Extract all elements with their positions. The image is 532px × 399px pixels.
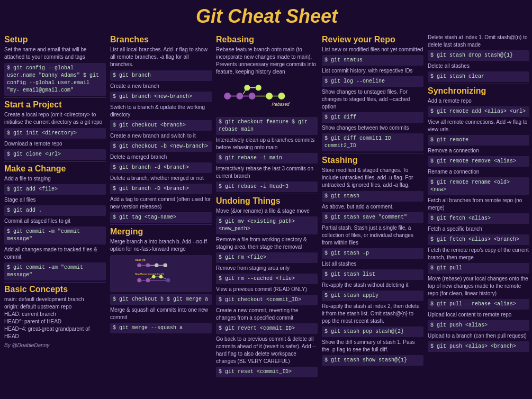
undoing-label4: View a previous commit (READ ONLY) [216,286,318,293]
stashing-label6: Re-apply the stash at index 2, then dele… [322,303,423,325]
stashing-section: Stashing Store modified & staged changes… [322,156,423,366]
merging-label2: Merge & squash all commits into one new … [110,306,212,321]
rb-m3 [249,93,256,99]
merging-title: Merging [110,227,212,237]
merging-code1: $ git checkout b $ git merge a [110,294,212,305]
undoing-title: Undoing Things [216,196,318,206]
rebasing-desc: Rebase feature branch onto main (to inco… [216,46,318,76]
branches-title: Branches [110,35,212,44]
basic-concepts-section: Basic Concepts main: default development… [4,285,106,348]
sync-label2: View all remote connections. Add -v flag… [428,119,529,133]
review-title: Review your Repo [322,35,423,44]
noff-branch2 [159,275,163,279]
review-section: Review your Repo List new or modified fi… [322,35,423,151]
rb-m1 [224,93,231,99]
branches-label5: Delete a merged branch [110,153,212,161]
sync-label4: Rename a connection [428,168,529,176]
branches-code7: $ git tag <tag-name> [110,212,212,223]
sync-label5: Fetch all branches from remote repo (no … [428,197,529,212]
title-rest: Cheat Sheet [222,5,338,27]
rebase-diagram: Rebased [216,78,318,115]
stashing-label3: Partial stash. Stash just a single file,… [322,224,423,247]
rb-f1 [244,85,250,90]
column-5: Delete stash at index 1. Omit stash@(n) … [426,32,531,380]
branches-section: Branches List all local branches. Add -r… [110,35,212,223]
start-project-title: Start a Project [4,100,106,110]
sync-code10: $ git push <alias> <branch> [428,341,529,352]
divider-5 [216,194,318,194]
undoing-label3: Remove from staging area only [216,265,318,272]
sync-label3: Remove a connection [428,147,529,155]
rebasing-section: Rebasing Rebase feature branch onto main… [216,35,318,192]
sync-code1: $ git remote add <alias> <url> [428,106,529,117]
sync-code9: $ git push <alias> [428,320,529,331]
sync-label10: Upload to a branch (can then pull reques… [428,332,529,340]
header: Git Cheat Sheet [2,2,531,32]
make-change-code3: $ git commit -m "commit message" [4,226,106,244]
noff-node1 [137,278,141,283]
sync-code4: $ git remote rename <old> <new> [428,177,529,195]
rb-m2 [236,93,243,99]
undoing-code6: $ git reset <commit_ID> [216,367,318,377]
divider-1 [4,97,106,98]
sync-label8: Move (rebase) your local changes onto th… [428,275,529,297]
branches-label7: Add a tag to current commit (often used … [110,196,212,211]
noff-line3 [150,277,152,279]
stashing-label2: As above, but add a comment. [322,203,423,211]
pre-stash-label2: Delete all stashes [428,62,529,70]
merge-ff-label: Head (ff) [135,259,146,261]
rebasing-label3: Interactively rebase the last 3 commits … [216,165,318,180]
merge-diagram: Head (ff) New Merge Commit (no-ff) [110,255,212,292]
rebasing-code2: $ git rebase -i main [216,153,318,164]
branches-code1: $ git branch [110,70,212,81]
start-project-code1: $ git init <directory> [4,128,106,139]
setup-title: Setup [4,35,106,44]
branches-code5: $ git branch -d <branch> [110,162,212,173]
divider-4 [110,224,212,225]
setup-section: Setup Set the name and email that will b… [4,35,106,96]
branches-label4: Create a new branch and switch to it [110,132,212,140]
ff-node2 [146,263,150,267]
make-change-label3: Commit all staged files to git [4,217,106,225]
stashing-label5: Re-apply the stash without deleting it [322,282,423,289]
sync-label1: Add a remote repo [428,97,529,105]
merging-code2: $ git merge --squash a [110,323,212,333]
start-project-label2: Download a remote repo [4,140,106,148]
branches-label6: Delete a branch, whether merged or not [110,175,212,182]
merging-desc: Merge branch a into branch b. Add --no-f… [110,238,212,253]
stashing-label7: Show the diff summary of stash 1. Pass t… [322,339,423,353]
sync-label6: Fetch a specific branch [428,225,529,233]
pre-stash-code1: $ git stash drop stash@{1} [428,50,529,61]
rb-f2 [256,85,262,90]
stashing-code6: $ git stash pop stash@{2} [322,327,423,337]
review-label3: Show changes to unstaged files. For chan… [322,88,423,111]
pre-stash-label1: Delete stash at index 1. Omit stash@(n) … [428,34,529,49]
stashing-desc: Store modified & staged changes. To incl… [322,167,423,189]
stashing-label4: List all stashes [322,260,423,268]
noff-merge [166,278,170,283]
synchronizing-title: Synchronizing [428,86,529,96]
make-change-label1: Add a file to staging [4,175,106,183]
start-project-code2: $ git clone <url> [4,149,106,160]
noff-node2 [146,278,150,283]
rebasing-title: Rebasing [216,35,318,44]
review-code2: $ git log --oneline [322,76,423,87]
footer-text: By @DoableDanny [4,342,106,348]
merging-section: Merging Merge branch a into branch b. Ad… [110,227,212,333]
review-code4: $ git diff commit1_ID commit2_ID [322,133,423,151]
start-project-desc: Create a local repo (omit <directory> to… [4,111,106,126]
ff-node3 [155,263,159,267]
basic-concepts-text: main: default development branch origin:… [4,296,106,340]
sync-code7: $ git pull [428,263,529,274]
undoing-label5: Create a new commit, reverting the chang… [216,307,318,322]
sync-code8: $ git pull --rebase <alias> [428,299,529,310]
merge-noff-label: New Merge Commit (no-ff) [135,273,164,275]
sync-label7: Fetch the remote repo's copy of the curr… [428,247,529,261]
undoing-label6: Go back to a previous commit & delete al… [216,335,318,365]
review-label4: Show changes between two commits [322,124,423,132]
make-change-code4: $ git commit -am "commit message" [4,262,106,280]
review-label2: List commit history, with respective IDs [322,67,423,75]
sync-code5: $ git fetch <alias> [428,213,529,224]
stashing-code3: $ git stash -p [322,248,423,259]
make-change-label4: Add all changes made to tracked files & … [4,246,106,261]
